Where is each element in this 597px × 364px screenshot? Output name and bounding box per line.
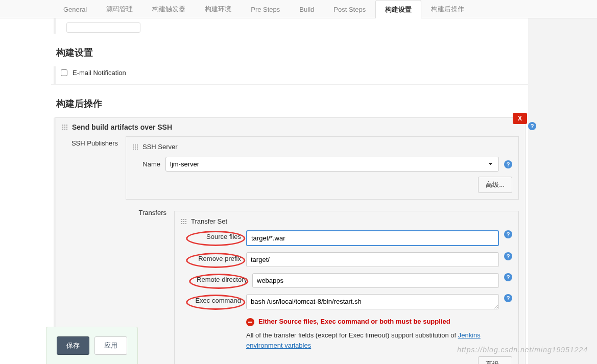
ssh-block-title-row: Send build artifacts over SSH [62,123,519,131]
remote-directory-label: Remote directory [197,276,247,283]
help-icon[interactable]: ? [504,294,512,302]
ssh-server-title: SSH Server [142,143,178,151]
transfer-advanced-button[interactable]: 高级... [478,356,512,364]
tab-build-env[interactable]: 构建环境 [195,0,241,18]
section-build-settings-title: 构建设置 [56,46,528,59]
apply-button[interactable]: 应用 [94,336,127,355]
help-icon[interactable]: ? [504,230,512,238]
tab-pre-steps[interactable]: Pre Steps [241,0,290,18]
remove-prefix-input[interactable] [246,252,499,267]
error-icon [246,318,254,326]
email-notification-checkbox[interactable] [61,69,67,76]
help-icon[interactable]: ? [528,122,536,130]
email-notification-label: E-mail Notification [73,69,126,77]
source-files-label: Source files [206,233,241,240]
advanced-button[interactable]: 高级... [478,177,512,193]
help-icon[interactable]: ? [504,160,512,168]
transfer-set-title: Transfer Set [191,217,227,225]
remote-directory-input[interactable] [252,273,499,288]
section-post-build-title: 构建后操作 [56,98,528,110]
ssh-name-select[interactable]: ljm-server [165,157,499,172]
drag-handle-icon[interactable] [132,144,138,150]
watermark: https://blog.csdn.net/ming19951224 [457,346,588,354]
exec-command-label: Exec command [195,297,241,304]
tab-build[interactable]: Build [290,0,324,18]
ssh-server-box: SSH Server Name ljm-server ? 高级... [126,136,519,200]
tab-post-steps[interactable]: Post Steps [324,0,375,18]
tab-scm[interactable]: 源码管理 [97,0,142,18]
add-step-button-remnant[interactable] [66,22,140,33]
config-tabs: General 源码管理 构建触发器 构建环境 Pre Steps Build … [0,0,597,18]
error-text: Either Source files, Exec command or bot… [258,317,450,326]
tab-post-build[interactable]: 构建后操作 [421,0,474,18]
ssh-block-title: Send build artifacts over SSH [72,123,172,131]
delete-step-button[interactable]: X [513,113,527,124]
tab-general[interactable]: General [54,0,97,18]
help-icon[interactable]: ? [504,252,512,260]
remove-prefix-label: Remove prefix [198,255,241,262]
exec-command-input[interactable]: bash /usr/local/tomcat-8/bin/restart.sh [246,294,499,309]
help-icon[interactable]: ? [504,273,512,281]
transfer-set-box: Transfer Set Source files ? Remove prefi… [174,211,519,364]
ssh-publishers-label: SSH Publishers [62,136,118,147]
email-notification-row: E-mail Notification [54,66,528,84]
source-files-input[interactable] [246,230,499,246]
ssh-name-label: Name [132,160,160,168]
save-button[interactable]: 保存 [57,336,89,355]
transfers-label: Transfers [126,206,166,216]
drag-handle-icon[interactable] [181,219,187,225]
save-apply-bar: 保存 应用 [46,327,138,364]
tab-build-settings[interactable]: 构建设置 [375,0,421,18]
tab-triggers[interactable]: 构建触发器 [142,0,195,18]
error-row: Either Source files, Exec command or bot… [246,317,512,326]
drag-handle-icon[interactable] [62,124,68,130]
